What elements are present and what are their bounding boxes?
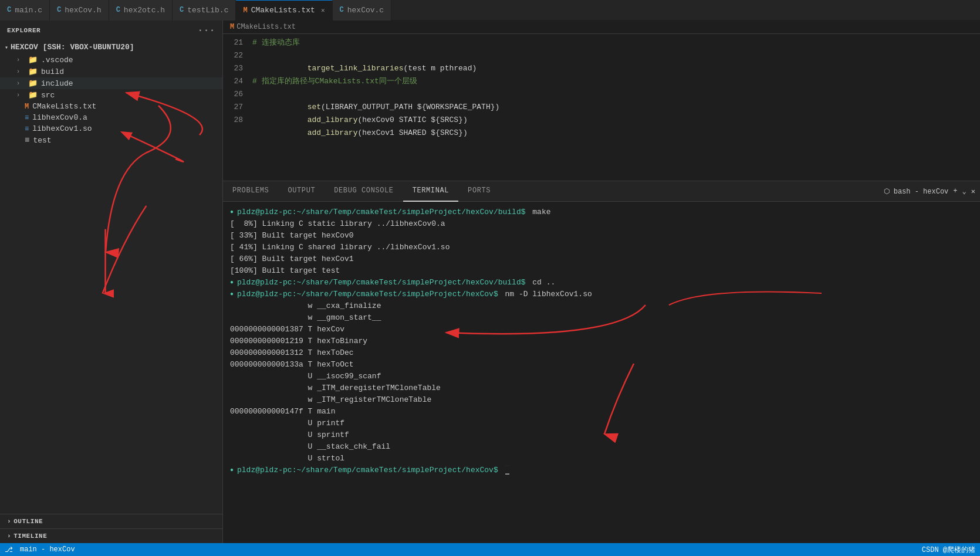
add-terminal-button[interactable]: +: [953, 187, 957, 195]
chevron-right-icon3: ›: [16, 80, 25, 87]
sidebar-item-include[interactable]: › 📁 include: [0, 77, 222, 89]
breadcrumb-icon-m: M: [230, 23, 234, 31]
term-output-nm-4: 0000000000001219 T hexToBinary: [230, 335, 367, 347]
term-output-nm-5: 0000000000001312 T hexToDec: [230, 347, 354, 359]
term-line-nm-2: w __gmon_start__: [230, 312, 973, 324]
term-line-make-prompt: ● pldz@pldz-pc:~/share/Temp/cmakeTest/si…: [230, 206, 973, 218]
terminal-bash-label: ⬡ bash - hexCov: [884, 187, 949, 196]
term-cursor[interactable]: █: [501, 465, 510, 476]
split-terminal-button[interactable]: ⌄: [962, 187, 967, 196]
term-line-nm-12: U sprintf: [230, 429, 973, 441]
line-num-22: 22: [223, 49, 252, 62]
term-line-make-5: [100%] Built target test: [230, 265, 973, 277]
tab-hex2otc-h[interactable]: C hex2otc.h: [109, 0, 173, 21]
term-output-nm-9: w _ITM_registerTMCloneTable: [230, 394, 431, 406]
term-output-nm-13: U __stack_chk_fail: [230, 441, 390, 453]
term-line-nm-5: 0000000000001312 T hexToDec: [230, 347, 973, 359]
tab-label-testlib-c: testLib.c: [187, 6, 228, 15]
sidebar-item-cmakelists[interactable]: M CMakeLists.txt: [0, 101, 222, 112]
term-line-nm-6: 000000000000133a T hexToOct: [230, 359, 973, 371]
line-num-26: 27: [223, 101, 252, 114]
panel-tab-actions: ⬡ bash - hexCov + ⌄ ✕: [884, 187, 981, 196]
term-line-nm-7: U __isoc99_scanf: [230, 371, 973, 382]
terminal-panel: PROBLEMS OUTPUT DEBUG CONSOLE TERMINAL P…: [223, 181, 980, 509]
chevron-down-icon: ▾: [5, 44, 8, 51]
tab-close-cmakelists[interactable]: ✕: [321, 6, 325, 14]
term-line-nm-13: U __stack_chk_fail: [230, 441, 973, 453]
tab-debug-console[interactable]: DEBUG CONSOLE: [325, 181, 403, 202]
folder-icon4: 📁: [28, 90, 38, 100]
tab-ports[interactable]: PORTS: [458, 181, 500, 202]
term-output-nm-6: 000000000000133a T hexToOct: [230, 359, 354, 371]
folder-icon2: 📁: [28, 67, 38, 76]
code-lines: 21 # 连接动态库 22 target_link_libraries(test…: [223, 34, 980, 129]
terminal-content[interactable]: ● pldz@pldz-pc:~/share/Temp/cmakeTest/si…: [223, 202, 980, 509]
sidebar-timeline[interactable]: › TIMELINE: [0, 528, 222, 543]
term-output-nm-3: 0000000000001387 T hexCov: [230, 324, 344, 335]
tab-hexcov-h[interactable]: C hexCov.h: [50, 0, 109, 21]
term-line-cd-prompt: ● pldz@pldz-pc:~/share/Temp/cmakeTest/si…: [230, 277, 973, 289]
folder-icon: 📁: [28, 55, 38, 65]
tab-hexcov-c[interactable]: C hexCov.c: [333, 0, 392, 21]
line-content-24: # 指定库的路径与CMakeLists.txt同一个层级: [252, 75, 417, 88]
term-prompt-2: pldz@pldz-pc:~/share/Temp/cmakeTest/simp…: [237, 277, 525, 289]
sidebar-root-label: HEXCOV [SSH: VBOX-UBUNTU20]: [11, 43, 134, 52]
tab-label-main-c: main.c: [15, 6, 42, 15]
term-prompt-1: pldz@pldz-pc:~/share/Temp/cmakeTest/simp…: [237, 206, 525, 218]
sidebar-item-build[interactable]: › 📁 build: [0, 66, 222, 77]
close-terminal-button[interactable]: ✕: [971, 187, 975, 196]
sidebar-item-test[interactable]: ≡ test: [0, 134, 222, 146]
line-num-27: 28: [223, 114, 252, 127]
tab-icon-m: M: [243, 6, 247, 15]
term-line-nm-10: 000000000000147f T main: [230, 406, 973, 418]
chevron-right-icon4: ›: [16, 92, 25, 99]
sidebar-more-button[interactable]: ···: [198, 25, 215, 36]
chevron-right-icon-outline: ›: [7, 518, 11, 525]
prompt-bullet-3: ●: [230, 289, 234, 300]
term-line-make-4: [ 66%] Built target hexCov1: [230, 253, 973, 265]
tab-icon-c5: C: [340, 6, 344, 14]
status-branch-icon: ⎇: [5, 545, 13, 554]
sidebar-root[interactable]: ▾ HEXCOV [SSH: VBOX-UBUNTU20]: [0, 40, 222, 54]
tab-icon-c: C: [7, 6, 11, 14]
panel-tabs: PROBLEMS OUTPUT DEBUG CONSOLE TERMINAL P…: [223, 181, 980, 202]
term-output-nm-14: U strtol: [230, 453, 344, 465]
term-line-nm-8: w _ITM_deregisterTMCloneTable: [230, 382, 973, 394]
tab-testlib-c[interactable]: C testLib.c: [173, 0, 236, 21]
term-line-nm-1: w __cxa_finalize: [230, 300, 973, 312]
term-line-nm-11: U printf: [230, 418, 973, 429]
code-editor: 21 # 连接动态库 22 target_link_libraries(test…: [223, 34, 980, 181]
prompt-bullet-2: ●: [230, 277, 234, 289]
sidebar-outline[interactable]: › OUTLINE: [0, 514, 222, 528]
sidebar-label-build: build: [41, 67, 64, 76]
sidebar: EXPLORER ··· ▾ HEXCOV [SSH: VBOX-UBUNTU2…: [0, 21, 223, 543]
tab-cmakelists[interactable]: M CMakeLists.txt ✕: [236, 0, 332, 21]
term-output-nm-12: U sprintf: [230, 429, 349, 441]
prompt-bullet-4: ●: [230, 465, 234, 476]
term-output-nm-7: U __isoc99_scanf: [230, 371, 381, 382]
sidebar-item-libhexcov0[interactable]: ≡ libhexCov0.a: [0, 112, 222, 123]
main-area: EXPLORER ··· ▾ HEXCOV [SSH: VBOX-UBUNTU2…: [0, 21, 980, 543]
tab-terminal[interactable]: TERMINAL: [403, 181, 458, 202]
tab-output[interactable]: OUTPUT: [278, 181, 325, 202]
sidebar-label-include: include: [41, 79, 73, 88]
tab-main-c[interactable]: C main.c: [0, 0, 50, 21]
tab-label-hexcov-h: hexCov.h: [65, 6, 101, 15]
status-watermark: CSDN @爬楼的猪: [922, 545, 975, 555]
term-output-make-2: [ 33%] Built target hexCov0: [230, 230, 354, 242]
term-line-nm-9: w _ITM_registerTMCloneTable: [230, 394, 973, 406]
term-prompt-3: pldz@pldz-pc:~/share/Temp/cmakeTest/simp…: [237, 289, 498, 300]
sidebar-item-src[interactable]: › 📁 src: [0, 89, 222, 101]
term-output-make-1: [ 8%] Linking C static library ../libhex…: [230, 218, 445, 230]
chevron-right-icon: ›: [16, 57, 25, 63]
sidebar-item-vscode[interactable]: › 📁 .vscode: [0, 54, 222, 66]
sidebar-label-src: src: [41, 91, 55, 100]
args-27: (hexCov1 SHARED ${SRCS}): [357, 128, 467, 137]
term-output-nm-2: w __gmon_start__: [230, 312, 381, 324]
code-line-26: 27 add_library(hexCov0 STATIC ${SRCS}): [223, 101, 980, 114]
tab-problems[interactable]: PROBLEMS: [223, 181, 278, 202]
term-output-nm-10: 000000000000147f T main: [230, 406, 335, 418]
sidebar-label-vscode: .vscode: [41, 56, 73, 65]
status-left: ⎇ main - hexCov: [5, 545, 75, 554]
sidebar-item-libhexcov1[interactable]: ≡ libhexCov1.so: [0, 123, 222, 134]
